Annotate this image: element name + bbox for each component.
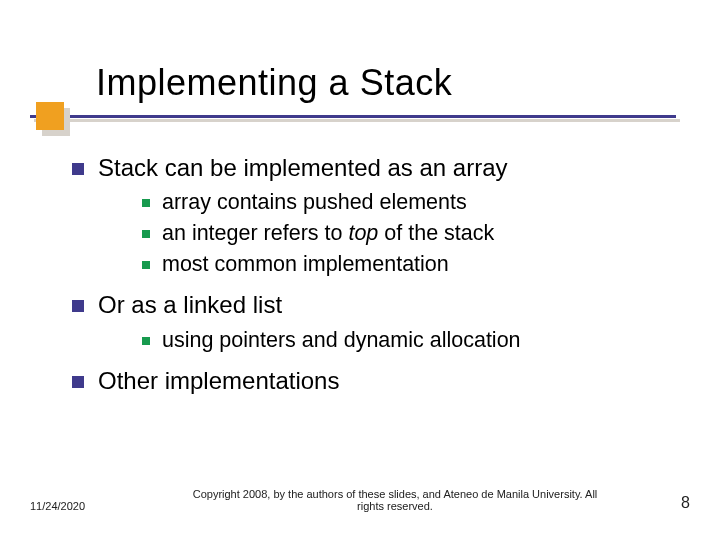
bullet-level1: Stack can be implemented as an array — [70, 152, 660, 184]
square-bullet-icon — [142, 261, 150, 269]
text-emphasis: top — [348, 221, 378, 245]
bullet-text: an integer refers to top of the stack — [162, 221, 494, 245]
bullet-level1: Other implementations — [70, 365, 660, 397]
square-bullet-icon — [72, 376, 84, 388]
bullet-text: using pointers and dynamic allocation — [162, 328, 521, 352]
bullet-level1: Or as a linked list — [70, 289, 660, 321]
bullet-text: Or as a linked list — [98, 291, 282, 318]
bullet-level2: most common implementation — [138, 250, 660, 279]
square-bullet-icon — [72, 163, 84, 175]
bullet-text: most common implementation — [162, 252, 449, 276]
square-bullet-icon — [142, 199, 150, 207]
footer: 11/24/2020 Copyright 2008, by the author… — [30, 488, 690, 512]
footer-date: 11/24/2020 — [30, 500, 140, 512]
content-area: Stack can be implemented as an array arr… — [0, 118, 720, 397]
slide: Implementing a Stack Stack can be implem… — [0, 0, 720, 540]
bullet-text: Stack can be implemented as an array — [98, 154, 508, 181]
bullet-text: Other implementations — [98, 367, 339, 394]
bullet-text: array contains pushed elements — [162, 190, 467, 214]
accent-square — [36, 102, 64, 130]
bullet-level2: using pointers and dynamic allocation — [138, 326, 660, 355]
slide-title: Implementing a Stack — [96, 62, 720, 104]
footer-page-number: 8 — [650, 494, 690, 512]
text-prefix: an integer refers to — [162, 221, 348, 245]
square-bullet-icon — [72, 300, 84, 312]
bullet-level2: an integer refers to top of the stack — [138, 219, 660, 248]
title-area: Implementing a Stack — [0, 0, 720, 118]
square-bullet-icon — [142, 230, 150, 238]
bullet-level2-group: using pointers and dynamic allocation — [138, 326, 660, 355]
bullet-level2-group: array contains pushed elements an intege… — [138, 188, 660, 279]
footer-copyright: Copyright 2008, by the authors of these … — [140, 488, 650, 512]
text-suffix: of the stack — [378, 221, 494, 245]
title-underline — [30, 115, 676, 118]
bullet-level2: array contains pushed elements — [138, 188, 660, 217]
square-bullet-icon — [142, 337, 150, 345]
